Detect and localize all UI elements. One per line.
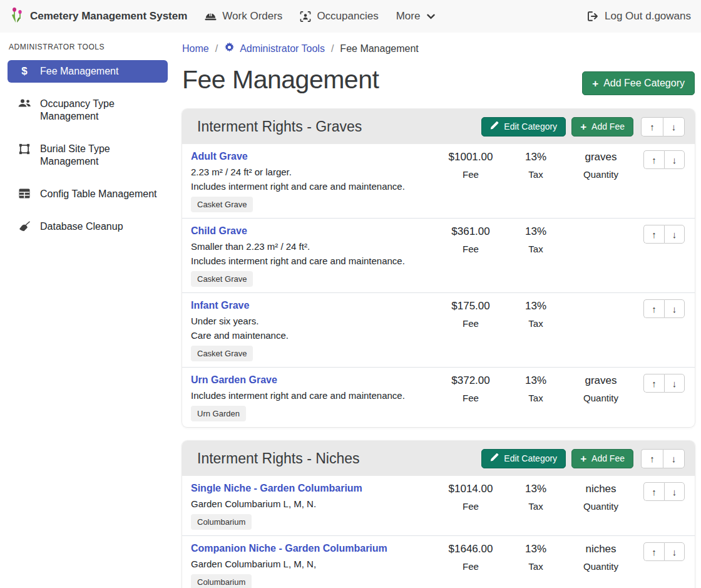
- fee-name-link[interactable]: Companion Niche - Garden Columbarium: [191, 542, 387, 555]
- fee-tax-col: 13% Tax: [505, 482, 566, 530]
- fee-tax-col: 13% Tax: [505, 150, 566, 212]
- gear-icon: [224, 42, 235, 55]
- fee-name-link[interactable]: Child Grave: [191, 225, 247, 237]
- fee-type-badge: Casket Grave: [191, 346, 253, 361]
- sidebar-item-config-table-management[interactable]: Config Table Management: [8, 183, 168, 205]
- fee-category-card: Interment Rights - Niches Edit Category …: [182, 441, 695, 588]
- fee-name-link[interactable]: Urn Garden Grave: [191, 374, 277, 386]
- sidebar-item-occupancy-type-management[interactable]: Occupancy Type Management: [8, 93, 168, 128]
- fee-row: Adult Grave 2.23 m² / 24 ft² or larger.I…: [182, 144, 695, 219]
- move-fee-up-button[interactable]: ↑: [643, 374, 664, 393]
- fee-quantity: niches: [566, 543, 635, 555]
- app-title: Cemetery Management System: [30, 10, 187, 23]
- fee-quantity: niches: [566, 483, 635, 495]
- category-title: Interment Rights - Niches: [197, 450, 481, 467]
- sidebar-item-database-cleanup[interactable]: Database Cleanup: [8, 215, 168, 238]
- fee-type-badge: Columbarium: [191, 574, 252, 588]
- fee-quantity-label: Quantity: [566, 561, 635, 572]
- fee-description: Care and maintenance.: [191, 329, 436, 342]
- fee-tax: 13%: [505, 543, 566, 555]
- fee-name-link[interactable]: Adult Grave: [191, 150, 248, 163]
- sidebar-item-label: Occupancy Type Management: [40, 98, 161, 123]
- move-fee-up-button[interactable]: ↑: [643, 225, 664, 244]
- move-fee-up-button[interactable]: ↑: [643, 299, 664, 318]
- move-category-down-button[interactable]: ↓: [663, 117, 685, 137]
- fee-amount: $175.00: [436, 300, 505, 312]
- fee-info: Adult Grave 2.23 m² / 24 ft² or larger.I…: [191, 150, 436, 212]
- move-fee-down-button[interactable]: ↓: [664, 542, 685, 561]
- fee-quantity-col: graves Quantity: [566, 374, 635, 421]
- fee-quantity-col: graves Quantity: [566, 150, 635, 212]
- breadcrumb-admin-tools-label: Administrator Tools: [240, 43, 325, 54]
- breadcrumb-separator: /: [331, 43, 334, 54]
- fee-description: 2.23 m² / 24 ft² or larger.: [191, 166, 436, 178]
- nav-occupancies[interactable]: Occupancies: [300, 10, 378, 23]
- logout-button[interactable]: Log Out d.gowans: [588, 10, 691, 23]
- fee-tax-col: 13% Tax: [505, 299, 566, 361]
- breadcrumb-admin-tools-link[interactable]: Administrator Tools: [224, 42, 325, 55]
- fee-list: Adult Grave 2.23 m² / 24 ft² or larger.I…: [182, 144, 695, 427]
- move-fee-up-button[interactable]: ↑: [643, 542, 664, 561]
- breadcrumb-current: Fee Management: [340, 43, 418, 54]
- move-fee-down-button[interactable]: ↓: [664, 225, 685, 244]
- fee-tax: 13%: [505, 300, 566, 312]
- add-fee-label: Add Fee: [591, 121, 625, 132]
- add-fee-button[interactable]: + Add Fee: [571, 449, 633, 468]
- move-fee-down-button[interactable]: ↓: [664, 299, 685, 318]
- sidebar-item-label: Config Table Management: [40, 188, 157, 200]
- fee-amount-col: $372.00 Fee: [436, 374, 505, 421]
- category-reorder-group: ↑ ↓: [641, 449, 685, 468]
- move-fee-up-button[interactable]: ↑: [643, 482, 664, 501]
- move-fee-down-button[interactable]: ↓: [664, 150, 685, 169]
- nav-work-orders-label: Work Orders: [222, 10, 282, 23]
- nav-more[interactable]: More: [396, 10, 436, 23]
- app-brand[interactable]: Cemetery Management System: [10, 6, 187, 27]
- move-category-down-button[interactable]: ↓: [663, 449, 685, 468]
- move-fee-down-button[interactable]: ↓: [664, 482, 685, 501]
- page-title: Fee Management: [182, 65, 379, 95]
- category-actions: Edit Category + Add Fee ↑ ↓: [481, 449, 685, 468]
- add-fee-category-button[interactable]: + Add Fee Category: [582, 71, 695, 95]
- fee-tax-label: Tax: [505, 501, 566, 512]
- hard-hat-icon: [205, 11, 217, 21]
- fee-type-badge: Urn Garden: [191, 406, 246, 421]
- sidebar-item-burial-site-type-management[interactable]: Burial Site Type Management: [8, 138, 168, 173]
- move-category-up-button[interactable]: ↑: [641, 449, 663, 468]
- fee-category-card: Interment Rights - Graves Edit Category …: [182, 109, 695, 427]
- edit-category-button[interactable]: Edit Category: [481, 117, 566, 137]
- fee-amount-label: Fee: [436, 318, 505, 329]
- category-list: Interment Rights - Graves Edit Category …: [182, 109, 695, 588]
- fee-name-link[interactable]: Infant Grave: [191, 299, 249, 312]
- logout-label: Log Out d.gowans: [605, 10, 691, 23]
- fee-reorder-group: ↑ ↓: [643, 225, 685, 287]
- fee-reorder-group: ↑ ↓: [643, 542, 685, 588]
- fee-row: Single Niche - Garden Columbarium Garden…: [182, 476, 695, 536]
- sidebar-item-label: Database Cleanup: [40, 220, 123, 233]
- category-reorder-group: ↑ ↓: [641, 117, 685, 137]
- occupancy-frame-icon: [300, 11, 311, 22]
- category-title: Interment Rights - Graves: [197, 118, 481, 135]
- breadcrumb: Home / Administrator Tools / Fee Managem…: [182, 42, 695, 55]
- fee-type-badge: Casket Grave: [191, 197, 253, 212]
- sidebar-item-fee-management[interactable]: $ Fee Management: [8, 60, 168, 83]
- fee-amount-col: $1014.00 Fee: [436, 482, 505, 530]
- fee-amount-label: Fee: [436, 169, 505, 180]
- add-fee-category-label: Add Fee Category: [603, 78, 685, 89]
- add-fee-button[interactable]: + Add Fee: [571, 117, 633, 137]
- breadcrumb-home-link[interactable]: Home: [182, 43, 209, 54]
- page-header: Fee Management + Add Fee Category: [182, 65, 695, 95]
- move-fee-up-button[interactable]: ↑: [643, 150, 664, 169]
- move-fee-down-button[interactable]: ↓: [664, 374, 685, 393]
- fee-type-badge: Casket Grave: [191, 271, 253, 287]
- fee-descriptions: 2.23 m² / 24 ft² or larger.Includes inte…: [191, 166, 436, 193]
- sidebar: ADMINISTRATOR TOOLS $ Fee Management Occ…: [0, 33, 175, 588]
- plus-icon: +: [592, 78, 598, 89]
- nav-work-orders[interactable]: Work Orders: [205, 10, 282, 23]
- broom-icon: [18, 220, 31, 232]
- move-category-up-button[interactable]: ↑: [641, 117, 663, 137]
- edit-category-label: Edit Category: [504, 453, 557, 463]
- edit-category-button[interactable]: Edit Category: [481, 449, 566, 468]
- fee-name-link[interactable]: Single Niche - Garden Columbarium: [191, 482, 362, 495]
- fee-row: Child Grave Smaller than 2.23 m² / 24 ft…: [182, 219, 695, 293]
- fee-tax: 13%: [505, 151, 566, 163]
